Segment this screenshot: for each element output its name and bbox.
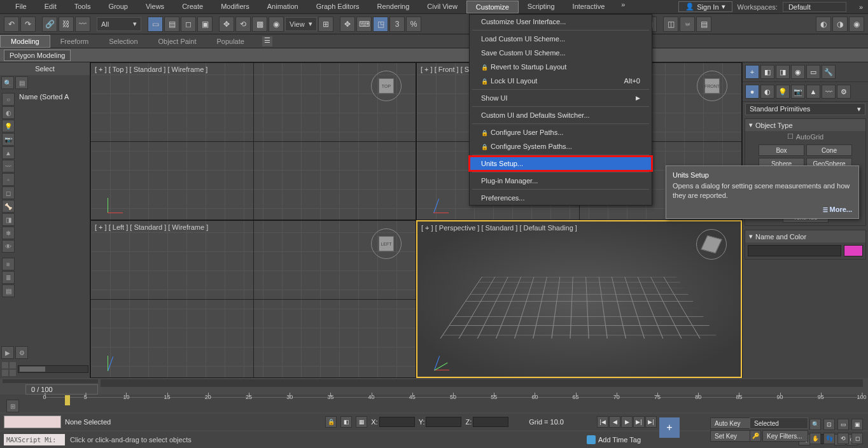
isolate-icon[interactable]: ◧: [340, 416, 352, 428]
key-selected-dropdown[interactable]: Selected: [750, 417, 808, 429]
render-button-2[interactable]: ◑: [832, 17, 848, 32]
create-tab-icon[interactable]: +: [745, 65, 759, 79]
pivot-center-button[interactable]: ⊞: [318, 17, 333, 32]
filter-geometry-icon[interactable]: ○: [2, 93, 15, 106]
box-button[interactable]: Box: [759, 144, 804, 156]
ribbon-tab-populate[interactable]: Populate: [206, 36, 254, 47]
filter-bone-icon[interactable]: 🦴: [2, 200, 15, 213]
shapes-icon[interactable]: ◐: [760, 85, 774, 99]
ref-coord-dropdown[interactable]: View▾: [285, 17, 317, 31]
ribbon-help-icon[interactable]: ☰: [262, 36, 272, 46]
tooltip-more-link[interactable]: More...: [673, 206, 852, 213]
menu-scripting[interactable]: Scripting: [519, 1, 564, 13]
ribbon-tab-freeform[interactable]: Freeform: [50, 36, 99, 47]
frame-display[interactable]: 0 / 100: [25, 384, 98, 395]
viewcube-perspective[interactable]: [696, 229, 727, 260]
viewcube-front[interactable]: FRONT: [697, 71, 727, 101]
scale-button[interactable]: ▩: [252, 17, 267, 32]
helpers-icon[interactable]: ▲: [806, 85, 820, 99]
plugin-manager-item[interactable]: Plug-in Manager...: [470, 174, 652, 188]
defaults-switcher-item[interactable]: Custom UI and Defaults Switcher...: [470, 108, 652, 122]
geometry-icon[interactable]: ●: [745, 85, 759, 99]
move-button[interactable]: ✥: [219, 17, 234, 32]
scene-search-icon[interactable]: 🔍: [1, 76, 14, 89]
zoom-all-button[interactable]: ⊡: [823, 419, 835, 430]
motion-tab-icon[interactable]: ◉: [791, 65, 805, 79]
filter-spacewarps-icon[interactable]: 〰: [2, 160, 15, 172]
menu-interactive[interactable]: Interactive: [564, 1, 614, 13]
filter-xrefs-icon[interactable]: ◻: [2, 186, 15, 199]
filter-hidden-icon[interactable]: 👁: [2, 240, 15, 253]
ribbon-tab-object-paint[interactable]: Object Paint: [148, 36, 207, 47]
show-ui-item[interactable]: Show UI▶: [470, 91, 652, 105]
menu-modifiers[interactable]: Modifiers: [212, 1, 258, 13]
menu-civil-view[interactable]: Civil View: [418, 1, 466, 13]
filter-frozen-icon[interactable]: ❄: [2, 227, 15, 239]
extra-button-3[interactable]: ▤: [696, 17, 711, 32]
hierarchy-tab-icon[interactable]: ◨: [776, 65, 790, 79]
filter-shapes-icon[interactable]: ◐: [2, 106, 15, 119]
scene-tree[interactable]: Name (Sorted A: [17, 90, 90, 345]
viewport-top[interactable]: [ + ] [ Top ] [ Standard ] [ Wireframe ]…: [90, 62, 416, 220]
viewport-front-label[interactable]: [ + ] [ Front ] [ St: [421, 66, 471, 73]
rect-region-button[interactable]: ◻: [181, 17, 196, 32]
angle-snap-button[interactable]: 3: [389, 17, 405, 32]
viewport-perspective[interactable]: [ + ] [ Perspective ] [ Standard ] [ Def…: [416, 220, 742, 378]
key-filters-button[interactable]: Key Filters...: [762, 430, 808, 442]
bind-button[interactable]: 〰: [75, 17, 90, 32]
viewcube-top[interactable]: TOP: [371, 71, 402, 101]
unlink-button[interactable]: ⛓: [59, 17, 74, 32]
render-button-1[interactable]: ◐: [816, 17, 831, 32]
menu-rendering[interactable]: Rendering: [368, 1, 419, 13]
ribbon-tab-selection[interactable]: Selection: [99, 36, 148, 47]
walk-button[interactable]: 👣: [823, 433, 835, 444]
cameras-icon[interactable]: 📷: [791, 85, 805, 99]
menu-tools[interactable]: Tools: [66, 1, 100, 13]
autogrid-checkbox[interactable]: ☐AutoGrid: [745, 131, 865, 142]
filter-cameras-icon[interactable]: 📷: [2, 133, 15, 146]
menu-file[interactable]: File: [6, 1, 36, 13]
z-input[interactable]: [473, 417, 508, 427]
user-paths-item[interactable]: 🔒Configure User Paths...: [470, 125, 652, 139]
goto-start-button[interactable]: |◀: [597, 416, 608, 428]
preferences-item[interactable]: Preferences...: [470, 191, 652, 205]
lights-icon[interactable]: 💡: [776, 85, 790, 99]
set-key-big-button[interactable]: +: [659, 417, 680, 438]
viewport-left[interactable]: [ + ] [ Left ] [ Standard ] [ Wireframe …: [90, 220, 416, 378]
playhead[interactable]: [65, 395, 70, 405]
object-name-input[interactable]: [748, 245, 841, 256]
filter-groups-icon[interactable]: ▫: [2, 173, 15, 186]
viewport-top-label[interactable]: [ + ] [ Top ] [ Standard ] [ Wireframe ]: [95, 66, 207, 73]
transform-type-icon[interactable]: ▦: [356, 416, 367, 428]
viewcube-left[interactable]: LEFT: [371, 228, 402, 259]
customize-ui-item[interactable]: Customize User Interface...: [470, 15, 652, 29]
units-setup-item[interactable]: Units Setup...: [470, 157, 652, 171]
filter-helpers-icon[interactable]: ▲: [2, 146, 15, 159]
link-button[interactable]: 🔗: [42, 17, 57, 32]
scene-filter-icon[interactable]: ▤: [15, 76, 28, 89]
filter-lights-icon[interactable]: 💡: [2, 120, 15, 132]
modify-tab-icon[interactable]: ◧: [760, 65, 774, 79]
save-scheme-item[interactable]: Save Custom UI Scheme...: [470, 46, 652, 60]
color-swatch[interactable]: [844, 245, 863, 256]
next-frame-button[interactable]: ▶|: [633, 416, 645, 428]
render-thumbnail[interactable]: [4, 416, 61, 428]
pan-button[interactable]: ✋: [809, 433, 821, 444]
placement-button[interactable]: ◉: [269, 17, 284, 32]
workspaces-dropdown[interactable]: Default: [783, 2, 846, 12]
object-type-header[interactable]: ▾Object Type: [745, 119, 865, 131]
display-tab-icon[interactable]: ▭: [806, 65, 820, 79]
timeline-ruler[interactable]: 0510152025303540455055606570758085909510…: [45, 397, 862, 412]
menu-overflow-icon[interactable]: »: [621, 1, 625, 13]
revert-layout-item[interactable]: 🔒Revert to Startup Layout: [470, 60, 652, 74]
menu-views[interactable]: Views: [137, 1, 173, 13]
sign-in-button[interactable]: 👤 Sign In ▾: [678, 1, 732, 12]
maximize-viewport-button[interactable]: ◻: [851, 433, 863, 444]
rotate-button[interactable]: ⟲: [235, 17, 251, 32]
scene-hscrollbar[interactable]: [18, 365, 88, 373]
polygon-modeling-button[interactable]: Polygon Modeling: [4, 50, 71, 61]
zoom-extents-button[interactable]: ▭: [837, 419, 849, 430]
spacewarps-icon[interactable]: 〰: [822, 85, 836, 99]
filter-sep-2[interactable]: ≣: [2, 271, 15, 284]
menu-edit[interactable]: Edit: [36, 1, 66, 13]
